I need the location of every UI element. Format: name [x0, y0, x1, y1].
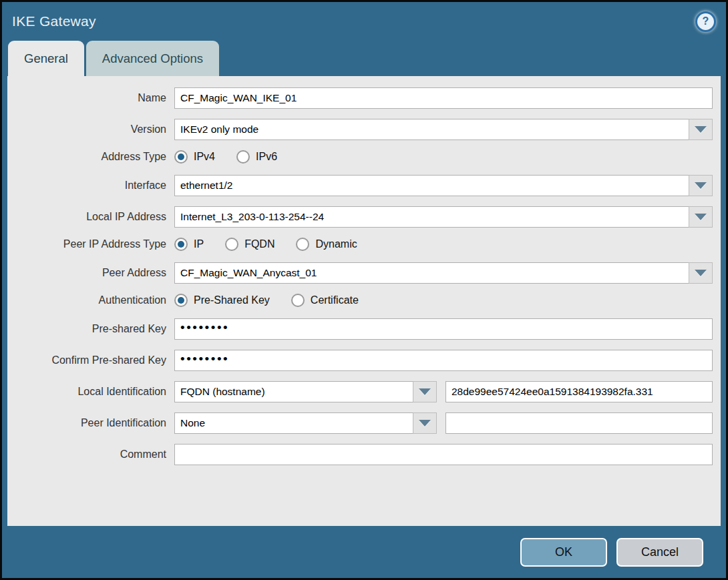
name-label: Name — [7, 92, 174, 104]
interface-dropdown-button[interactable] — [689, 175, 713, 196]
version-label: Version — [7, 123, 174, 135]
local-identification-label: Local Identification — [7, 386, 174, 398]
pre-shared-key-input[interactable]: •••••••• — [174, 318, 713, 340]
pre-shared-key-label: Pre-shared Key — [7, 323, 174, 335]
form-row-peer-ip-type: Peer IP Address Type IP FQDN Dynamic — [7, 238, 713, 251]
confirm-pre-shared-key-label: Confirm Pre-shared Key — [7, 354, 174, 366]
version-value[interactable]: IKEv2 only mode — [174, 119, 689, 140]
dialog-title: IKE Gateway — [12, 13, 96, 29]
radio-ipv4[interactable]: IPv4 — [174, 150, 215, 164]
local-ip-dropdown[interactable]: Internet_L3_203-0-113-254--24 — [174, 206, 713, 228]
tab-bar: General Advanced Options — [2, 41, 726, 76]
ike-gateway-dialog: IKE Gateway ? General Advanced Options N… — [0, 0, 728, 580]
tab-advanced-options[interactable]: Advanced Options — [86, 41, 219, 76]
peer-address-dropdown-button[interactable] — [689, 262, 713, 284]
tab-general[interactable]: General — [8, 41, 84, 76]
radio-peer-fqdn-control[interactable] — [225, 238, 238, 251]
form-row-pre-shared-key: Pre-shared Key •••••••• — [7, 318, 713, 340]
version-dropdown[interactable]: IKEv2 only mode — [174, 119, 713, 140]
form-row-address-type: Address Type IPv4 IPv6 — [7, 150, 713, 164]
radio-peer-ip[interactable]: IP — [174, 238, 204, 251]
dialog-footer: OK Cancel — [2, 526, 726, 578]
radio-certificate-control[interactable] — [291, 294, 305, 307]
form-row-local-ip: Local IP Address Internet_L3_203-0-113-2… — [7, 206, 713, 228]
chevron-down-icon — [695, 270, 707, 276]
peer-ip-type-label: Peer IP Address Type — [7, 238, 174, 250]
local-identification-value-input[interactable]: 28de99ee57424ee0a1591384193982fa.331 — [445, 381, 713, 402]
peer-identification-type-dropdown[interactable]: None — [174, 412, 437, 434]
radio-ipv6[interactable]: IPv6 — [236, 150, 277, 164]
interface-dropdown[interactable]: ethernet1/2 — [174, 175, 713, 196]
chevron-down-icon — [695, 182, 707, 189]
radio-peer-dynamic[interactable]: Dynamic — [296, 238, 357, 251]
version-dropdown-button[interactable] — [689, 119, 713, 140]
radio-ipv4-control[interactable] — [174, 150, 188, 164]
radio-ipv6-control[interactable] — [236, 150, 250, 164]
form-row-version: Version IKEv2 only mode — [7, 119, 713, 140]
radio-peer-fqdn[interactable]: FQDN — [225, 238, 275, 251]
interface-label: Interface — [7, 180, 174, 192]
local-ip-label: Local IP Address — [7, 211, 174, 223]
radio-pre-shared-key[interactable]: Pre-Shared Key — [174, 294, 270, 307]
local-identification-dropdown-button[interactable] — [413, 381, 437, 402]
general-tab-panel: Name CF_Magic_WAN_IKE_01 Version IKEv2 o… — [7, 76, 721, 526]
comment-input[interactable] — [174, 444, 713, 465]
radio-pre-shared-key-control[interactable] — [174, 294, 188, 307]
peer-identification-value-input[interactable] — [445, 412, 713, 434]
form-row-authentication: Authentication Pre-Shared Key Certificat… — [7, 294, 713, 307]
peer-identification-type-value[interactable]: None — [174, 412, 413, 434]
chevron-down-icon — [419, 420, 431, 426]
dialog-titlebar: IKE Gateway ? — [2, 2, 726, 41]
address-type-label: Address Type — [7, 151, 174, 163]
chevron-down-icon — [695, 214, 707, 220]
cancel-button[interactable]: Cancel — [616, 538, 703, 567]
radio-peer-dynamic-control[interactable] — [296, 238, 309, 251]
peer-address-value[interactable]: CF_Magic_WAN_Anycast_01 — [174, 262, 689, 284]
form-row-peer-identification: Peer Identification None — [7, 412, 713, 434]
interface-value[interactable]: ethernet1/2 — [174, 175, 689, 196]
peer-identification-dropdown-button[interactable] — [413, 412, 437, 434]
peer-identification-label: Peer Identification — [7, 417, 174, 429]
help-icon[interactable]: ? — [695, 11, 716, 32]
local-ip-value[interactable]: Internet_L3_203-0-113-254--24 — [174, 206, 689, 228]
confirm-pre-shared-key-input[interactable]: •••••••• — [174, 350, 713, 371]
comment-label: Comment — [7, 449, 174, 461]
local-ip-dropdown-button[interactable] — [689, 206, 713, 228]
chevron-down-icon — [419, 388, 431, 395]
authentication-label: Authentication — [7, 294, 174, 306]
ok-button[interactable]: OK — [520, 538, 607, 567]
form-row-comment: Comment — [7, 444, 713, 465]
form-row-peer-address: Peer Address CF_Magic_WAN_Anycast_01 — [7, 262, 713, 284]
name-input[interactable]: CF_Magic_WAN_IKE_01 — [174, 87, 713, 109]
local-identification-type-value[interactable]: FQDN (hostname) — [174, 381, 413, 402]
form-row-local-identification: Local Identification FQDN (hostname) 28d… — [7, 381, 713, 402]
peer-address-dropdown[interactable]: CF_Magic_WAN_Anycast_01 — [174, 262, 713, 284]
form-row-interface: Interface ethernet1/2 — [7, 175, 713, 196]
chevron-down-icon — [695, 126, 707, 133]
radio-peer-ip-control[interactable] — [174, 238, 188, 251]
form-row-name: Name CF_Magic_WAN_IKE_01 — [7, 87, 713, 109]
peer-address-label: Peer Address — [7, 267, 174, 279]
form-row-confirm-pre-shared-key: Confirm Pre-shared Key •••••••• — [7, 350, 713, 371]
local-identification-type-dropdown[interactable]: FQDN (hostname) — [174, 381, 437, 402]
radio-certificate[interactable]: Certificate — [291, 294, 359, 307]
